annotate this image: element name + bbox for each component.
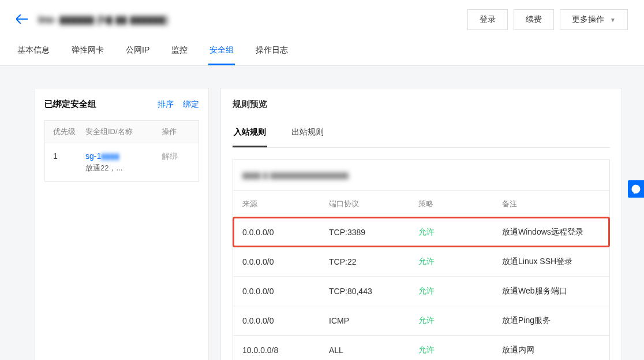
sg-col-action-header: 操作: [162, 127, 190, 137]
tab-monitor[interactable]: 监控: [170, 39, 189, 65]
sg-col-name-header: 安全组ID/名称: [85, 127, 162, 137]
rule-remark: 放通Linux SSH登录: [502, 257, 600, 267]
rule-port: TCP:3389: [329, 228, 418, 237]
rules-group-header: ▮▮▮▮ ▮ ▮▮▮▮▮▮▮▮▮▮▮▮▮▮▮▮▮: [233, 160, 609, 190]
rule-port: TCP:22: [329, 257, 418, 266]
rule-remark: 放通内网: [502, 345, 600, 355]
sub-tab-inbound[interactable]: 入站规则: [233, 121, 267, 147]
sg-name-cell: sg-1▮▮▮▮ 放通22，...: [85, 151, 162, 173]
rule-policy: 允许: [418, 227, 502, 237]
rule-policy: 允许: [418, 345, 502, 355]
instance-name: ins- ▮▮▮▮▮▮ (h▮ ▮▮ ▮▮▮▮▮▮): [38, 13, 168, 26]
sg-desc: 放通22，...: [85, 163, 162, 173]
rule-policy: 允许: [418, 286, 502, 296]
rule-source: 0.0.0.0/0: [242, 316, 329, 325]
rule-policy: 允许: [418, 316, 502, 326]
sg-panel-actions: 排序 绑定: [158, 99, 199, 110]
rules-title: 规则预览: [233, 99, 610, 110]
tab-operation-log[interactable]: 操作日志: [254, 39, 289, 65]
unbind-link[interactable]: 解绑: [162, 151, 178, 161]
chevron-down-icon: ▼: [610, 17, 616, 23]
title-left: ins- ▮▮▮▮▮▮ (h▮ ▮▮ ▮▮▮▮▮▮): [16, 13, 168, 27]
rules-preview-panel: 规则预览 入站规则 出站规则 ▮▮▮▮ ▮ ▮▮▮▮▮▮▮▮▮▮▮▮▮▮▮▮▮ …: [220, 88, 622, 360]
tab-elastic-nic[interactable]: 弹性网卡: [70, 39, 105, 65]
rules-sub-tabs: 入站规则 出站规则: [233, 121, 610, 148]
col-port-header: 端口协议: [329, 199, 418, 209]
title-row: ins- ▮▮▮▮▮▮ (h▮ ▮▮ ▮▮▮▮▮▮) 登录 续费 更多操作 ▼: [16, 9, 628, 30]
sub-tab-outbound[interactable]: 出站规则: [290, 121, 325, 147]
sg-panel-title: 已绑定安全组: [44, 99, 96, 110]
rule-row: 0.0.0.0/0 TCP:80,443 允许 放通Web服务端口: [233, 276, 609, 306]
sort-link[interactable]: 排序: [158, 99, 174, 110]
rules-box: ▮▮▮▮ ▮ ▮▮▮▮▮▮▮▮▮▮▮▮▮▮▮▮▮ 来源 端口协议 策略 备注 0…: [233, 159, 610, 360]
tab-public-ip[interactable]: 公网IP: [125, 39, 151, 65]
bind-link[interactable]: 绑定: [183, 99, 199, 110]
rules-table-header: 来源 端口协议 策略 备注: [233, 190, 609, 217]
sg-col-priority-header: 优先级: [53, 127, 85, 137]
col-remark-header: 备注: [502, 199, 600, 209]
sg-panel-header: 已绑定安全组 排序 绑定: [35, 88, 208, 120]
renew-button[interactable]: 续费: [514, 9, 554, 30]
rule-row: 10.0.0.0/8 ALL 允许 放通内网: [233, 335, 609, 360]
tab-security-group[interactable]: 安全组: [208, 39, 235, 65]
sg-id-link[interactable]: sg-1▮▮▮▮: [85, 151, 119, 161]
tab-basic-info[interactable]: 基本信息: [16, 39, 51, 65]
sg-priority-value: 1: [53, 151, 85, 173]
sg-table: 优先级 安全组ID/名称 操作 1 sg-1▮▮▮▮ 放通22，... 解绑: [44, 120, 199, 182]
col-source-header: 来源: [242, 199, 329, 209]
rule-port: ICMP: [329, 316, 418, 325]
header-actions: 登录 续费 更多操作 ▼: [467, 9, 628, 30]
rule-row: 0.0.0.0/0 ICMP 允许 放通Ping服务: [233, 306, 609, 335]
rule-source: 0.0.0.0/0: [242, 287, 329, 296]
rule-remark: 放通Ping服务: [502, 316, 600, 326]
col-policy-header: 策略: [418, 199, 502, 209]
rule-remark: 放通Windows远程登录: [502, 227, 600, 237]
sg-action-cell: 解绑: [162, 151, 190, 173]
rule-source: 0.0.0.0/0: [242, 257, 329, 266]
help-widget-icon[interactable]: [628, 180, 644, 198]
login-button[interactable]: 登录: [467, 9, 508, 30]
back-arrow-icon[interactable]: [16, 13, 28, 27]
sg-row: 1 sg-1▮▮▮▮ 放通22，... 解绑: [45, 143, 199, 181]
rule-remark: 放通Web服务端口: [502, 286, 600, 296]
sg-table-header: 优先级 安全组ID/名称 操作: [45, 121, 199, 143]
content-area: 已绑定安全组 排序 绑定 优先级 安全组ID/名称 操作 1 sg-1▮▮▮▮ …: [0, 66, 644, 360]
rule-port: TCP:80,443: [329, 287, 418, 296]
more-actions-button[interactable]: 更多操作 ▼: [560, 9, 628, 30]
rule-policy: 允许: [418, 257, 502, 267]
rule-source: 0.0.0.0/0: [242, 228, 329, 237]
rule-port: ALL: [329, 346, 418, 355]
rule-row: 0.0.0.0/0 TCP:3389 允许 放通Windows远程登录: [233, 217, 609, 247]
more-actions-label: 更多操作: [572, 14, 604, 25]
rule-source: 10.0.0.0/8: [242, 346, 329, 355]
bound-sg-panel: 已绑定安全组 排序 绑定 优先级 安全组ID/名称 操作 1 sg-1▮▮▮▮ …: [35, 88, 209, 360]
page-header: ins- ▮▮▮▮▮▮ (h▮ ▮▮ ▮▮▮▮▮▮) 登录 续费 更多操作 ▼ …: [0, 0, 644, 66]
rule-row: 0.0.0.0/0 TCP:22 允许 放通Linux SSH登录: [233, 247, 609, 276]
main-tabs: 基本信息 弹性网卡 公网IP 监控 安全组 操作日志: [16, 39, 628, 65]
